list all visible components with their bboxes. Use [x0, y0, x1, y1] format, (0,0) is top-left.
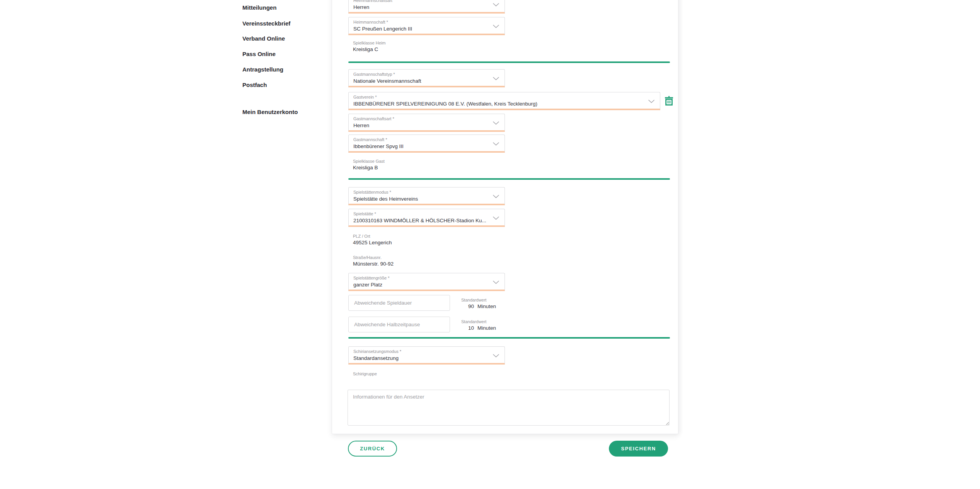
field-value: Nationale Vereinsmannschaft [353, 78, 500, 84]
field-value: 2100310163 WINDMÖLLER & HÖLSCHER-Stadion… [353, 217, 500, 224]
sidebar-item-mitteilungen[interactable]: Mitteilungen [242, 4, 276, 12]
back-button[interactable]: ZURÜCK [348, 441, 397, 457]
save-button[interactable]: SPEICHERN [609, 441, 668, 457]
field-schirigruppe-label: Schirigruppe [353, 371, 377, 377]
field-value: Kreisliga C [353, 46, 378, 53]
sidebar-item-postfach[interactable]: Postfach [242, 82, 267, 89]
standardwert-unit: Minuten [477, 325, 496, 331]
field-label: PLZ / Ort [353, 234, 370, 239]
field-label: Spielstättengröße * [353, 276, 500, 281]
field-heimmannschaftsart[interactable]: Heimmannschaftsart Herren [348, 0, 505, 14]
field-value: Herren [353, 122, 500, 129]
standardwert-label: Standardwert [461, 298, 486, 303]
field-value: Herren [353, 4, 500, 10]
field-heimmannschaft[interactable]: Heimmannschaft * SC Preußen Lengerich II… [348, 17, 505, 35]
standardwert-value: 10 [468, 325, 474, 331]
field-schiriansetzungsmodus[interactable]: Schiriansetzungsmodus * Standardansetzun… [348, 346, 505, 365]
chevron-down-icon [493, 121, 499, 125]
chevron-down-icon [493, 354, 499, 358]
field-label: Gastmannschaft * [353, 137, 500, 142]
field-label: Heimmannschaftsart [353, 0, 500, 3]
standardwert-label: Standardwert [461, 319, 486, 324]
abweichende-halbzeitpause-input[interactable] [348, 317, 450, 332]
field-label: Straße/Hausnr. [353, 255, 382, 260]
field-spielstaette[interactable]: Spielstätte * 2100310163 WINDMÖLLER & HÖ… [348, 209, 505, 227]
sidebar-item-verband-online[interactable]: Verband Online [242, 35, 285, 43]
ansetzer-info-textarea[interactable] [348, 390, 670, 426]
chevron-down-icon [493, 142, 499, 146]
field-label: Gastverein * [353, 95, 655, 100]
chevron-down-icon [493, 281, 499, 284]
field-gastmannschaftstyp[interactable]: Gastmannschaftstyp * Nationale Vereinsma… [348, 69, 505, 87]
sidebar-item-antragstellung[interactable]: Antragstellung [242, 66, 283, 74]
field-value: Ibbenbürener Spvg III [353, 143, 500, 150]
section-divider [348, 178, 670, 180]
standardwert-value: 90 [468, 303, 474, 309]
sidebar-item-vereinssteckbrief[interactable]: Vereinssteckbrief [242, 20, 290, 28]
chevron-down-icon [493, 3, 499, 7]
field-gastmannschaft[interactable]: Gastmannschaft * Ibbenbürener Spvg III [348, 135, 505, 153]
field-value: SC Preußen Lengerich III [353, 26, 500, 32]
abweichende-spieldauer-input[interactable] [348, 295, 450, 311]
trash-icon [665, 95, 673, 106]
field-label: Spielstätte * [353, 211, 500, 216]
field-value: Spielstätte des Heimvereins [353, 196, 500, 202]
field-value: Kreisliga B [353, 165, 378, 171]
field-label: Gastmannschaftsart * [353, 116, 500, 121]
chevron-down-icon [648, 100, 654, 103]
field-value: Standardansetzung [353, 355, 500, 361]
field-label: Heimmannschaft * [353, 20, 500, 25]
standardwert-unit: Minuten [477, 303, 496, 309]
field-value: ganzer Platz [353, 281, 500, 288]
standardwert-spieldauer: 90Minuten [468, 303, 496, 310]
field-label: Gastmannschaftstyp * [353, 72, 500, 77]
chevron-down-icon [493, 195, 499, 198]
field-label: Schiriansetzungsmodus * [353, 349, 500, 354]
section-divider [348, 337, 670, 339]
field-spielstaettengroesse[interactable]: Spielstättengröße * ganzer Platz [348, 273, 505, 291]
page: Mitteilungen Vereinssteckbrief Verband O… [0, 0, 980, 489]
field-gastverein[interactable]: Gastverein * IBBENBÜRENER SPIELVEREINIGU… [348, 92, 660, 110]
field-value: 49525 Lengerich [353, 240, 392, 246]
sidebar-item-pass-online[interactable]: Pass Online [242, 51, 276, 58]
chevron-down-icon [493, 25, 499, 28]
field-value: Münsterstr. 90-92 [353, 261, 394, 267]
sidebar-item-mein-benutzerkonto[interactable]: Mein Benutzerkonto [242, 109, 298, 116]
field-value: IBBENBÜRENER SPIELVEREINIGUNG 08 E.V. (W… [353, 101, 655, 107]
chevron-down-icon [493, 77, 499, 80]
standardwert-halbzeitpause: 10Minuten [468, 325, 496, 331]
section-divider [348, 61, 670, 63]
field-spielstaettenmodus[interactable]: Spielstättenmodus * Spielstätte des Heim… [348, 187, 505, 205]
delete-gastverein-button[interactable] [663, 95, 674, 107]
form-card: Heimmannschaftsart Herren Heimmannschaft… [332, 0, 678, 434]
field-label: Spielklasse Heim [353, 41, 385, 46]
field-gastmannschaftsart[interactable]: Gastmannschaftsart * Herren [348, 114, 505, 132]
field-label: Spielstättenmodus * [353, 190, 500, 195]
field-label: Spielklasse Gast [353, 159, 385, 164]
chevron-down-icon [493, 216, 499, 220]
